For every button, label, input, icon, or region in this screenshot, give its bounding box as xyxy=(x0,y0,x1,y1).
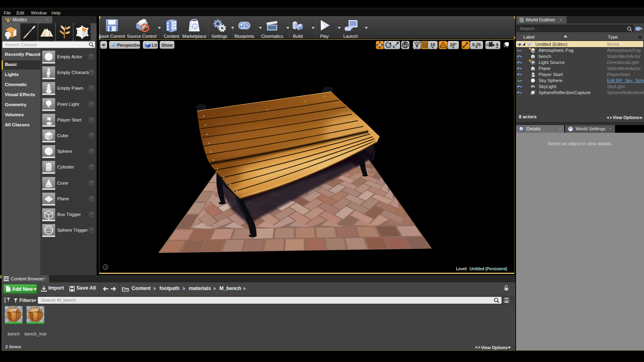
svg-text:?: ? xyxy=(90,134,93,138)
svg-text:?: ? xyxy=(90,165,93,169)
svg-text:?: ? xyxy=(104,265,106,269)
svg-text:?: ? xyxy=(90,228,93,232)
svg-text:u: u xyxy=(194,25,196,29)
svg-text:?: ? xyxy=(90,55,93,59)
svg-text:?: ? xyxy=(90,181,93,185)
svg-text:?: ? xyxy=(90,102,93,107)
svg-text:?: ? xyxy=(90,86,93,90)
svg-text:?: ? xyxy=(90,118,93,122)
svg-text:?: ? xyxy=(90,70,93,75)
svg-text:?: ? xyxy=(90,212,93,217)
svg-text:?: ? xyxy=(90,149,93,154)
svg-text:?: ? xyxy=(90,197,93,201)
